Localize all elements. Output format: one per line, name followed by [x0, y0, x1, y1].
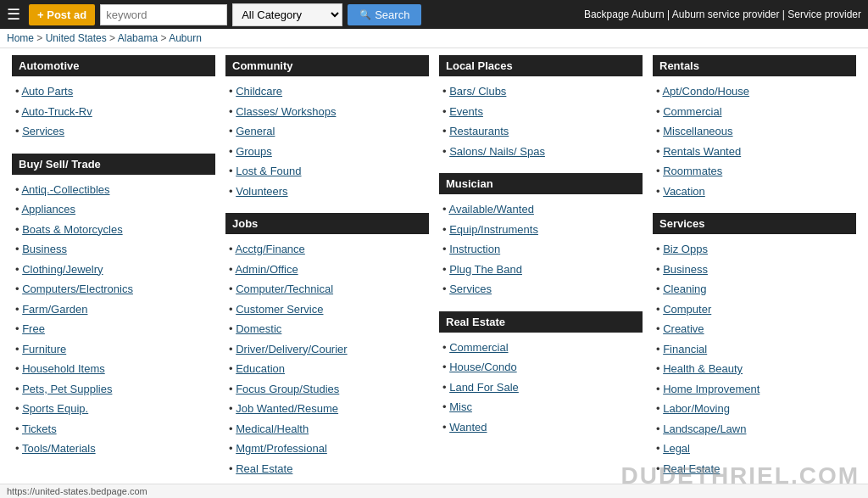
cat-link-3-0-5[interactable]: Vacation	[663, 185, 705, 198]
cat-link-0-1-4[interactable]: Clothing/Jewelry	[22, 263, 103, 276]
cat-link-3-1-1[interactable]: Business	[663, 263, 708, 276]
cat-link-0-1-9[interactable]: Household Items	[22, 362, 105, 375]
cat-link-3-1-5[interactable]: Financial	[663, 343, 707, 355]
cat-link-0-0-1[interactable]: Auto-Truck-Rv	[21, 105, 92, 118]
cat-link-1-1-5[interactable]: Driver/Delivery/Courier	[236, 343, 347, 355]
cat-link-0-1-0[interactable]: Antiq.-Collectibles	[21, 183, 109, 196]
list-item: Events	[439, 102, 643, 122]
cat-link-0-1-11[interactable]: Sports Equip.	[22, 402, 88, 415]
list-item: Instruction	[439, 239, 643, 260]
list-item: General	[225, 121, 429, 142]
list-item: Sports Equip.	[12, 399, 215, 419]
cat-link-1-1-6[interactable]: Education	[236, 362, 285, 375]
list-item: Boats & Motorcycles	[12, 220, 215, 240]
cat-link-2-2-4[interactable]: Wanted	[449, 421, 487, 434]
cat-link-3-0-4[interactable]: Roommates	[663, 165, 722, 177]
cat-link-1-1-7[interactable]: Focus Group/Studies	[236, 383, 339, 395]
list-item: Volunteers	[225, 182, 429, 202]
cat-link-2-0-0[interactable]: Bars/ Clubs	[449, 85, 506, 98]
cat-link-3-0-1[interactable]: Commercial	[663, 105, 721, 118]
cat-link-0-1-12[interactable]: Tickets	[22, 422, 57, 435]
cat-link-3-1-2[interactable]: Cleaning	[663, 283, 706, 295]
cat-link-1-1-0[interactable]: Acctg/Finance	[235, 243, 304, 255]
cat-link-0-1-1[interactable]: Appliances	[21, 203, 75, 215]
section-header-2-0: Local Places	[439, 55, 643, 76]
cat-link-2-2-3[interactable]: Misc	[449, 400, 472, 413]
cat-link-1-0-4[interactable]: Lost & Found	[236, 165, 301, 177]
cat-link-2-1-3[interactable]: Plug The Band	[449, 263, 522, 276]
cat-link-1-0-0[interactable]: Childcare	[236, 85, 282, 98]
cat-link-1-0-5[interactable]: Volunteers	[236, 185, 287, 198]
cat-link-2-0-1[interactable]: Events	[449, 105, 483, 118]
list-item: Cleaning	[653, 279, 856, 299]
cat-link-3-1-0[interactable]: Biz Opps	[663, 243, 708, 255]
cat-link-0-1-7[interactable]: Free	[22, 322, 45, 335]
cat-link-0-1-2[interactable]: Boats & Motorcycles	[22, 223, 123, 236]
cat-link-0-0-2[interactable]: Services	[22, 125, 64, 137]
cat-link-0-1-3[interactable]: Business	[22, 243, 67, 255]
list-item: Business	[653, 260, 856, 280]
cat-link-3-1-4[interactable]: Creative	[663, 322, 704, 335]
cat-link-1-1-8[interactable]: Job Wanted/Resume	[236, 402, 338, 415]
cat-link-3-1-8[interactable]: Labor/Moving	[663, 402, 730, 415]
cat-link-2-2-1[interactable]: House/Condo	[449, 361, 517, 373]
list-item: Miscellaneous	[653, 121, 856, 142]
cat-link-0-1-5[interactable]: Computers/Electronics	[22, 283, 133, 295]
breadcrumb-city[interactable]: Auburn	[169, 32, 202, 44]
list-item: Auto-Truck-Rv	[12, 102, 215, 122]
breadcrumb-united-states[interactable]: United States	[46, 32, 107, 44]
section-header-0-1: Buy/ Sell/ Trade	[12, 154, 215, 175]
cat-link-3-1-10[interactable]: Legal	[663, 442, 690, 455]
list-item: Education	[225, 359, 429, 379]
cat-link-3-0-3[interactable]: Rentals Wanted	[663, 145, 741, 158]
cat-link-3-1-9[interactable]: Landscape/Lawn	[663, 422, 746, 435]
list-item: Medical/Health	[225, 419, 429, 439]
cat-link-2-1-0[interactable]: Available/Wanted	[448, 203, 533, 215]
cat-link-1-1-11[interactable]: Real Estate	[236, 462, 292, 475]
menu-icon[interactable]: ☰	[7, 5, 20, 24]
list-item: Apt/Condo/House	[653, 81, 856, 102]
column-2: Local PlacesBars/ ClubsEventsRestaurants…	[434, 55, 648, 490]
keyword-input[interactable]	[100, 4, 227, 25]
cat-link-1-0-1[interactable]: Classes/ Workshops	[236, 105, 336, 118]
cat-link-3-0-2[interactable]: Miscellaneous	[663, 125, 732, 137]
search-button[interactable]: Search	[348, 4, 421, 25]
cat-link-0-1-13[interactable]: Tools/Materials	[22, 442, 96, 455]
list-item: Bars/ Clubs	[439, 81, 643, 102]
list-item: Household Items	[12, 359, 215, 379]
cat-link-3-1-6[interactable]: Health & Beauty	[663, 362, 743, 375]
cat-link-1-1-2[interactable]: Computer/Technical	[236, 283, 333, 295]
cat-link-3-1-11[interactable]: Real Estate	[663, 462, 720, 475]
breadcrumb-alabama[interactable]: Alabama	[118, 32, 158, 44]
cat-link-0-1-8[interactable]: Furniture	[22, 343, 66, 355]
cat-link-1-1-4[interactable]: Domestic	[236, 322, 281, 335]
cat-link-1-1-9[interactable]: Medical/Health	[236, 422, 309, 435]
cat-link-2-1-4[interactable]: Services	[449, 283, 492, 295]
section-header-1-1: Jobs	[225, 213, 429, 234]
category-select[interactable]: All Category	[232, 3, 342, 26]
cat-link-3-1-7[interactable]: Home Improvement	[663, 383, 760, 395]
breadcrumb-home[interactable]: Home	[7, 32, 34, 44]
cat-link-2-2-2[interactable]: Land For Sale	[449, 381, 519, 394]
cat-link-3-0-0[interactable]: Apt/Condo/House	[662, 85, 749, 98]
cat-link-3-1-3[interactable]: Computer	[663, 303, 711, 316]
cat-link-1-0-2[interactable]: General	[236, 125, 275, 137]
cat-link-0-1-6[interactable]: Farm/Garden	[22, 303, 87, 316]
cat-link-2-0-2[interactable]: Restaurants	[449, 125, 509, 137]
cat-link-0-1-10[interactable]: Pets, Pet Supplies	[22, 383, 112, 395]
statusbar: https://united-states.bedpage.com	[0, 484, 868, 497]
list-item: Furniture	[12, 339, 215, 360]
cat-link-0-0-0[interactable]: Auto Parts	[21, 85, 73, 98]
list-item: Tickets	[12, 419, 215, 439]
cat-link-1-0-3[interactable]: Groups	[236, 145, 272, 158]
cat-link-2-1-2[interactable]: Instruction	[449, 243, 500, 255]
cat-link-2-0-3[interactable]: Salons/ Nails/ Spas	[449, 145, 545, 158]
cat-link-2-1-1[interactable]: Equip/Instruments	[449, 223, 538, 236]
list-item: Misc	[439, 397, 643, 417]
cat-link-2-2-0[interactable]: Commercial	[449, 341, 508, 354]
cat-link-1-1-10[interactable]: Mgmt/Professional	[236, 442, 327, 455]
cat-link-1-1-3[interactable]: Customer Service	[236, 303, 323, 316]
list-item: Services	[12, 121, 215, 142]
cat-link-1-1-1[interactable]: Admin/Office	[235, 263, 298, 276]
post-ad-button[interactable]: Post ad	[29, 4, 95, 25]
